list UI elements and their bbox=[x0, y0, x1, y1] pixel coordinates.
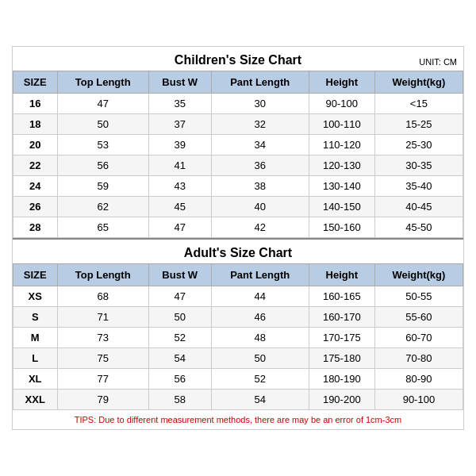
table-cell: 45-50 bbox=[374, 217, 463, 238]
table-cell: XL bbox=[13, 369, 58, 390]
table-cell: 60-70 bbox=[374, 328, 463, 348]
table-row: XS684744160-16550-55 bbox=[13, 286, 463, 307]
table-cell: 70-80 bbox=[374, 348, 463, 369]
table-cell: 50 bbox=[57, 114, 148, 135]
table-cell: 65 bbox=[57, 217, 148, 238]
table-cell: 59 bbox=[57, 176, 148, 197]
table-row: 26624540140-15040-45 bbox=[13, 197, 463, 217]
table-cell: <15 bbox=[374, 94, 463, 114]
children-table: SIZE Top Length Bust W Pant Length Heigh… bbox=[13, 71, 463, 238]
adult-table-body: XS684744160-16550-55S715046160-17055-60M… bbox=[13, 286, 463, 410]
table-cell: 100-110 bbox=[309, 114, 374, 135]
table-cell: 50 bbox=[148, 307, 211, 328]
table-cell: 56 bbox=[57, 155, 148, 176]
table-cell: 20 bbox=[13, 135, 58, 155]
unit-label: UNIT: CM bbox=[419, 57, 457, 67]
adult-col-size: SIZE bbox=[13, 264, 58, 286]
table-cell: 40-45 bbox=[374, 197, 463, 217]
col-height: Height bbox=[309, 71, 374, 94]
table-cell: 90-100 bbox=[374, 390, 463, 410]
table-cell: 50-55 bbox=[374, 286, 463, 307]
table-cell: 54 bbox=[148, 348, 211, 369]
table-cell: 52 bbox=[211, 369, 309, 390]
table-cell: 120-130 bbox=[309, 155, 374, 176]
table-cell: 160-170 bbox=[309, 307, 374, 328]
table-cell: 42 bbox=[211, 217, 309, 238]
table-cell: 18 bbox=[13, 114, 58, 135]
table-cell: 175-180 bbox=[309, 348, 374, 369]
table-row: 24594338130-14035-40 bbox=[13, 176, 463, 197]
table-cell: 43 bbox=[148, 176, 211, 197]
table-cell: 44 bbox=[211, 286, 309, 307]
table-cell: 54 bbox=[211, 390, 309, 410]
children-table-body: 1647353090-100<1518503732100-11015-25205… bbox=[13, 94, 463, 238]
table-cell: 47 bbox=[57, 94, 148, 114]
table-cell: M bbox=[13, 328, 58, 348]
table-cell: 180-190 bbox=[309, 369, 374, 390]
table-cell: 32 bbox=[211, 114, 309, 135]
children-header-row: SIZE Top Length Bust W Pant Length Heigh… bbox=[13, 71, 463, 94]
table-row: M735248170-17560-70 bbox=[13, 328, 463, 348]
col-pant-length: Pant Length bbox=[211, 71, 309, 94]
table-cell: 37 bbox=[148, 114, 211, 135]
table-cell: 38 bbox=[211, 176, 309, 197]
table-cell: 28 bbox=[13, 217, 58, 238]
table-cell: 24 bbox=[13, 176, 58, 197]
table-cell: 22 bbox=[13, 155, 58, 176]
adult-table: SIZE Top Length Bust W Pant Length Heigh… bbox=[13, 263, 463, 410]
table-row: 28654742150-16045-50 bbox=[13, 217, 463, 238]
table-cell: 30 bbox=[211, 94, 309, 114]
table-cell: L bbox=[13, 348, 58, 369]
table-cell: S bbox=[13, 307, 58, 328]
table-row: 1647353090-100<15 bbox=[13, 94, 463, 114]
adult-title-text: Adult's Size Chart bbox=[184, 246, 292, 259]
adult-col-top-length: Top Length bbox=[57, 264, 148, 286]
table-cell: 73 bbox=[57, 328, 148, 348]
table-cell: 45 bbox=[148, 197, 211, 217]
adult-header-row: SIZE Top Length Bust W Pant Length Heigh… bbox=[13, 264, 463, 286]
tips-text: TIPS: Due to different measurement metho… bbox=[13, 410, 463, 429]
table-cell: XS bbox=[13, 286, 58, 307]
adult-section-title: Adult's Size Chart bbox=[13, 238, 463, 263]
table-cell: 25-30 bbox=[374, 135, 463, 155]
table-cell: 140-150 bbox=[309, 197, 374, 217]
table-cell: 56 bbox=[148, 369, 211, 390]
table-cell: 160-165 bbox=[309, 286, 374, 307]
col-size: SIZE bbox=[13, 71, 58, 94]
adult-col-height: Height bbox=[309, 264, 374, 286]
table-cell: 77 bbox=[57, 369, 148, 390]
table-cell: 68 bbox=[57, 286, 148, 307]
table-cell: 79 bbox=[57, 390, 148, 410]
table-cell: 170-175 bbox=[309, 328, 374, 348]
table-cell: 36 bbox=[211, 155, 309, 176]
table-cell: 35 bbox=[148, 94, 211, 114]
table-cell: 48 bbox=[211, 328, 309, 348]
table-cell: 30-35 bbox=[374, 155, 463, 176]
col-weight: Weight(kg) bbox=[374, 71, 463, 94]
col-top-length: Top Length bbox=[57, 71, 148, 94]
children-section-title: Children's Size Chart UNIT: CM bbox=[13, 47, 463, 71]
table-cell: 50 bbox=[211, 348, 309, 369]
table-cell: 55-60 bbox=[374, 307, 463, 328]
col-bust-w: Bust W bbox=[148, 71, 211, 94]
children-title-text: Children's Size Chart bbox=[175, 53, 301, 67]
table-cell: 71 bbox=[57, 307, 148, 328]
table-cell: 47 bbox=[148, 217, 211, 238]
adult-col-weight: Weight(kg) bbox=[374, 264, 463, 286]
table-cell: 40 bbox=[211, 197, 309, 217]
table-cell: 34 bbox=[211, 135, 309, 155]
table-cell: 62 bbox=[57, 197, 148, 217]
adult-col-pant-length: Pant Length bbox=[211, 264, 309, 286]
table-cell: 52 bbox=[148, 328, 211, 348]
table-cell: XXL bbox=[13, 390, 58, 410]
table-cell: 130-140 bbox=[309, 176, 374, 197]
table-row: XL775652180-19080-90 bbox=[13, 369, 463, 390]
adult-col-bust-w: Bust W bbox=[148, 264, 211, 286]
table-row: 18503732100-11015-25 bbox=[13, 114, 463, 135]
table-cell: 26 bbox=[13, 197, 58, 217]
size-chart-container: Children's Size Chart UNIT: CM SIZE Top … bbox=[12, 46, 464, 430]
table-cell: 75 bbox=[57, 348, 148, 369]
table-cell: 110-120 bbox=[309, 135, 374, 155]
table-cell: 80-90 bbox=[374, 369, 463, 390]
table-cell: 46 bbox=[211, 307, 309, 328]
